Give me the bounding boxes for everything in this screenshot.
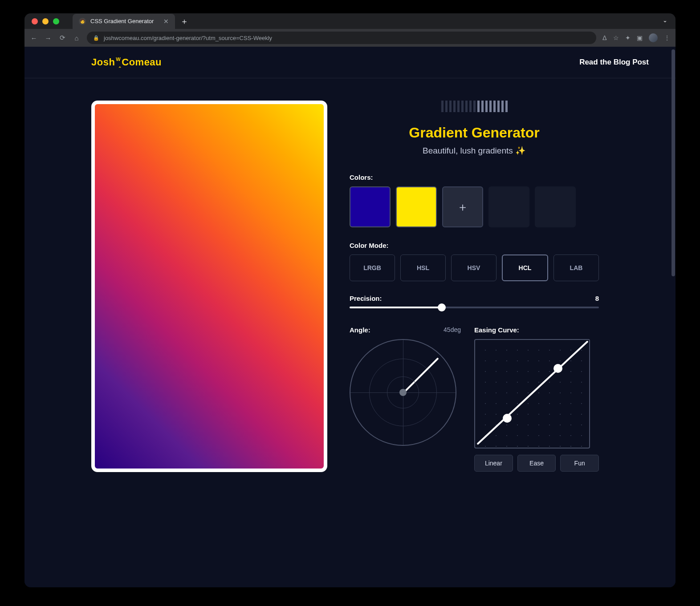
curve-handle-2[interactable]	[553, 364, 562, 373]
curve-handle-1[interactable]	[503, 414, 512, 423]
titlebar: 🧑 CSS Gradient Generator ✕ ＋	[24, 13, 676, 29]
color-mode-label: Color Mode:	[350, 242, 599, 249]
site-header: JoshWComeau ⌃ Read the Blog Post	[24, 47, 676, 78]
color-swatches: ＋	[350, 186, 599, 227]
close-tab-icon[interactable]: ✕	[163, 18, 169, 25]
site-logo[interactable]: JoshWComeau ⌃	[91, 57, 162, 68]
logo-last: Comeau	[122, 57, 162, 68]
browser-window: ⌄ 🧑 CSS Gradient Generator ✕ ＋ ← → ⟳ ⌂ 🔒…	[24, 13, 676, 587]
easing-label: Easing Curve:	[474, 326, 599, 334]
page-subtitle: Beautiful, lush gradients ✨	[350, 145, 599, 156]
color-mode-options: LRGB HSL HSV HCL LAB	[350, 255, 599, 281]
close-window-button[interactable]	[32, 18, 38, 24]
lock-icon: 🔒	[93, 35, 99, 41]
mode-hsl[interactable]: HSL	[400, 255, 446, 281]
dial-indicator	[403, 357, 439, 394]
bookmark-icon[interactable]: ☆	[613, 34, 619, 41]
home-icon[interactable]: ⌂	[73, 34, 81, 42]
dial-center	[399, 389, 407, 396]
preset-linear[interactable]: Linear	[474, 455, 513, 472]
empty-swatch	[488, 186, 529, 227]
scrollbar[interactable]	[671, 47, 676, 587]
easing-curve-editor[interactable]	[474, 339, 590, 448]
traffic-lights	[32, 18, 59, 24]
angle-label: Angle:	[350, 326, 370, 334]
panel-icon[interactable]: ▣	[637, 34, 643, 41]
color-swatch-2[interactable]	[396, 186, 437, 227]
chevron-down-icon[interactable]: ⌄	[663, 17, 667, 24]
maximize-window-button[interactable]	[53, 18, 59, 24]
controls-panel: Gradient Generator Beautiful, lush gradi…	[350, 101, 599, 472]
blog-post-link[interactable]: Read the Blog Post	[579, 58, 649, 67]
mode-lab[interactable]: LAB	[553, 255, 599, 281]
dial-axis-v	[403, 340, 403, 445]
colors-label: Colors:	[350, 174, 599, 181]
preset-fun[interactable]: Fun	[560, 455, 599, 472]
decorative-bars-icon	[350, 101, 599, 112]
mode-lrgb[interactable]: LRGB	[350, 255, 395, 281]
gradient-preview	[91, 101, 327, 472]
tab-title: CSS Gradient Generator	[90, 18, 154, 24]
forward-icon[interactable]: →	[44, 34, 52, 42]
back-icon[interactable]: ←	[30, 34, 38, 42]
mode-hsv[interactable]: HSV	[451, 255, 497, 281]
page-title: Gradient Generator	[350, 125, 599, 141]
url-bar[interactable]: 🔒 joshwcomeau.com/gradient-generator/?ut…	[87, 32, 596, 44]
browser-tab[interactable]: 🧑 CSS Gradient Generator ✕	[73, 14, 175, 29]
page-content: JoshWComeau ⌃ Read the Blog Post Gradien…	[24, 47, 676, 587]
menu-icon[interactable]: ⋮	[664, 34, 670, 41]
preset-ease[interactable]: Ease	[517, 455, 556, 472]
new-tab-button[interactable]: ＋	[180, 16, 188, 27]
curve-line	[476, 340, 588, 445]
share-icon[interactable]: ᐃ	[602, 34, 607, 41]
precision-slider[interactable]	[350, 307, 599, 308]
angle-value: 45deg	[444, 326, 461, 334]
logo-w: W	[116, 57, 121, 62]
angle-dial[interactable]	[350, 339, 456, 446]
minimize-window-button[interactable]	[42, 18, 49, 24]
browser-toolbar: ← → ⟳ ⌂ 🔒 joshwcomeau.com/gradient-gener…	[24, 29, 676, 47]
logo-first: Josh	[91, 57, 115, 68]
caret-icon: ⌃	[118, 66, 122, 71]
url-text: joshwcomeau.com/gradient-generator/?utm_…	[104, 35, 272, 41]
profile-avatar[interactable]	[649, 33, 658, 42]
easing-presets: Linear Ease Fun	[474, 455, 599, 472]
precision-label: Precision:	[350, 295, 382, 302]
reload-icon[interactable]: ⟳	[58, 34, 66, 42]
precision-value: 8	[595, 295, 599, 302]
extensions-icon[interactable]: ✦	[625, 34, 631, 41]
add-color-button[interactable]: ＋	[442, 186, 483, 227]
slider-fill	[350, 307, 442, 308]
slider-thumb[interactable]	[438, 303, 446, 311]
scrollbar-thumb[interactable]	[672, 49, 675, 276]
color-swatch-1[interactable]	[350, 186, 391, 227]
tab-favicon: 🧑	[79, 18, 86, 25]
empty-swatch	[535, 186, 576, 227]
mode-hcl[interactable]: HCL	[502, 255, 548, 281]
dial-axis-h	[350, 392, 456, 393]
